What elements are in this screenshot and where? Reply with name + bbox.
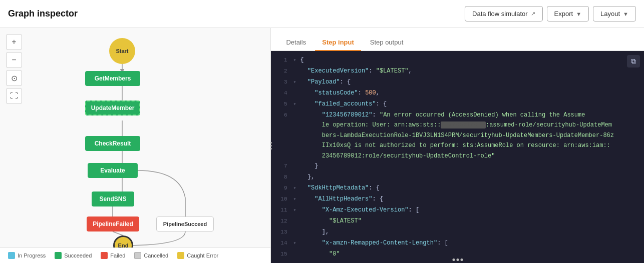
legend-in-progress: In Progress — [8, 252, 46, 259]
center-button[interactable]: ⊙ — [6, 70, 22, 86]
cancelled-color — [134, 252, 141, 259]
legend-caught-error: Caught Error — [177, 252, 218, 259]
code-line-6: 6 "123456789012": "An error occurred (Ac… — [271, 110, 644, 161]
export-label: Export — [554, 10, 573, 18]
code-line-7: 7 } — [271, 161, 644, 172]
svg-line-6 — [113, 232, 123, 236]
node-evaluate[interactable]: Evaluate — [88, 163, 138, 178]
code-line-4: 4 "statusCode": 500, — [271, 88, 644, 99]
code-line-13: 13 ], — [271, 227, 644, 238]
in-progress-color — [8, 252, 15, 259]
legend-succeeded: Succeeded — [55, 252, 92, 259]
code-line-9: 9 ▾ "SdkHttpMetadata": { — [271, 183, 644, 194]
code-line-3: 3 ▾ "Payload": { — [271, 77, 644, 88]
legend-failed: Failed — [101, 252, 125, 259]
external-link-icon: ↗ — [531, 10, 535, 17]
tab-bar: Details Step input Step output — [271, 28, 644, 51]
tab-step-input[interactable]: Step input — [315, 34, 361, 51]
data-flow-simulator-button[interactable]: Data flow simulator ↗ — [465, 6, 543, 22]
code-line-11: 11 ▾ "X-Amz-Executed-Version": [ — [271, 205, 644, 216]
legend-cancelled: Cancelled — [134, 252, 168, 259]
right-panel: Details Step input Step output ⧉ 1 ▾ { 2 — [271, 28, 644, 263]
layout-button[interactable]: Layout ▼ — [593, 6, 636, 22]
in-progress-label: In Progress — [18, 252, 46, 258]
chevron-down-icon-2: ▼ — [623, 11, 628, 17]
panel-resize-handle[interactable] — [268, 138, 274, 154]
node-send-sns[interactable]: SendSNS — [92, 192, 134, 206]
node-start[interactable]: Start — [109, 38, 135, 64]
succeeded-label: Succeeded — [64, 252, 92, 258]
failed-color — [101, 252, 108, 259]
node-check-result[interactable]: CheckResult — [85, 136, 140, 151]
caught-error-label: Caught Error — [187, 252, 218, 258]
copy-button[interactable]: ⧉ — [627, 55, 640, 68]
header: Graph inspector Data flow simulator ↗ Ex… — [0, 0, 644, 28]
graph-canvas: Start GetMembers UpdateMember CheckResul… — [0, 28, 270, 263]
header-actions: Data flow simulator ↗ Export ▼ Layout ▼ — [465, 6, 636, 22]
chevron-down-icon: ▼ — [576, 11, 581, 17]
node-get-members[interactable]: GetMembers — [85, 71, 140, 86]
code-panel: ⧉ 1 ▾ { 2 "ExecutedVersion": "$LATEST", … — [271, 51, 644, 263]
failed-label: Failed — [110, 252, 125, 258]
data-flow-simulator-label: Data flow simulator — [472, 10, 528, 18]
code-line-1: 1 ▾ { — [271, 55, 644, 66]
zoom-out-button[interactable]: − — [6, 52, 22, 68]
code-line-2: 2 "ExecutedVersion": "$LATEST", — [271, 66, 644, 77]
node-update-member[interactable]: UpdateMember — [85, 100, 140, 116]
tab-details[interactable]: Details — [279, 34, 313, 51]
node-pipeline-failed[interactable]: PipelineFailed — [87, 216, 139, 232]
code-line-5: 5 ▾ "failed_accounts": { — [271, 99, 644, 110]
layout-label: Layout — [600, 10, 620, 18]
code-line-10: 10 ▾ "AllHttpHeaders": { — [271, 194, 644, 205]
code-line-12: 12 "$LATEST" — [271, 216, 644, 227]
graph-toolbar: + − ⊙ ⛶ — [6, 34, 22, 104]
caught-error-color — [177, 252, 184, 259]
page-title: Graph inspector — [8, 8, 78, 19]
code-content: 1 ▾ { 2 "ExecutedVersion": "$LATEST", 3 … — [271, 51, 644, 263]
succeeded-color — [55, 252, 62, 259]
tab-step-output[interactable]: Step output — [363, 34, 411, 51]
code-line-8: 8 }, — [271, 172, 644, 183]
code-line-14: 14 ▾ "x-amzn-Remapped-Content-Length": [ — [271, 238, 644, 249]
graph-panel: + − ⊙ ⛶ — [0, 28, 271, 263]
cancelled-label: Cancelled — [144, 252, 168, 258]
export-button[interactable]: Export ▼ — [547, 6, 589, 22]
node-pipeline-succeed[interactable]: PipelineSucceed — [156, 216, 214, 232]
zoom-in-button[interactable]: + — [6, 34, 22, 50]
legend: In Progress Succeeded Failed Cancelled C… — [0, 248, 270, 263]
fullscreen-button[interactable]: ⛶ — [6, 88, 22, 104]
bottom-dots — [452, 258, 463, 261]
main-layout: + − ⊙ ⛶ — [0, 28, 644, 263]
